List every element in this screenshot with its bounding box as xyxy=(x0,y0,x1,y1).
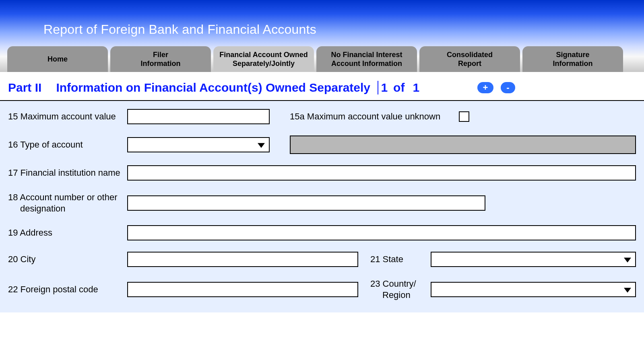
tab-5[interactable]: SignatureInformation xyxy=(522,46,623,72)
city-input[interactable] xyxy=(127,252,358,267)
field-15a-label: 15a Maximum account value unknown xyxy=(290,111,459,122)
form-area: 15 Maximum account value 15a Maximum acc… xyxy=(0,101,644,312)
max-account-value-input[interactable] xyxy=(127,109,270,124)
field-15-label: 15 Maximum account value xyxy=(8,111,127,122)
page-title: Report of Foreign Bank and Financial Acc… xyxy=(43,22,644,37)
institution-name-input[interactable] xyxy=(127,165,636,181)
field-17-label: 17 Financial institution name xyxy=(8,168,127,178)
tabs-container: HomeFilerInformationFinancial Account Ow… xyxy=(0,46,644,72)
section-header: Part II Information on Financial Account… xyxy=(0,72,644,101)
type-of-account-other-input[interactable] xyxy=(290,136,636,154)
section-current: 1 xyxy=(381,81,388,94)
field-16-label: 16 Type of account xyxy=(8,140,127,150)
account-number-input[interactable] xyxy=(127,195,485,211)
field-22-label: 22 Foreign postal code xyxy=(8,284,127,295)
tab-4[interactable]: ConsolidatedReport xyxy=(419,46,520,72)
header-band: Report of Foreign Bank and Financial Acc… xyxy=(0,0,644,46)
max-value-unknown-checkbox[interactable] xyxy=(459,111,469,122)
field-23-label: 23 Country/ Region xyxy=(370,278,431,300)
remove-account-button[interactable]: - xyxy=(501,82,515,93)
address-input[interactable] xyxy=(127,225,636,240)
state-select[interactable] xyxy=(431,252,636,267)
field-19-label: 19 Address xyxy=(8,228,127,238)
country-select[interactable] xyxy=(431,282,636,297)
section-of: of xyxy=(393,81,405,94)
add-account-button[interactable]: + xyxy=(477,82,493,93)
field-18-label: 18 Account number or other designation xyxy=(8,192,127,214)
tab-1[interactable]: FilerInformation xyxy=(110,46,211,72)
section-title: Information on Financial Account(s) Owne… xyxy=(56,81,370,94)
type-of-account-select[interactable] xyxy=(127,137,270,152)
tab-2[interactable]: Financial Account OwnedSeparately/Jointl… xyxy=(213,46,314,72)
section-part: Part II xyxy=(8,81,41,94)
postal-code-input[interactable] xyxy=(127,282,358,297)
section-total: 1 xyxy=(413,81,419,94)
field-20-label: 20 City xyxy=(8,254,127,265)
counter-bar xyxy=(373,81,378,94)
tab-0[interactable]: Home xyxy=(7,46,108,72)
field-21-label: 21 State xyxy=(370,254,431,265)
tab-3[interactable]: No Financial InterestAccount Information xyxy=(316,46,417,72)
